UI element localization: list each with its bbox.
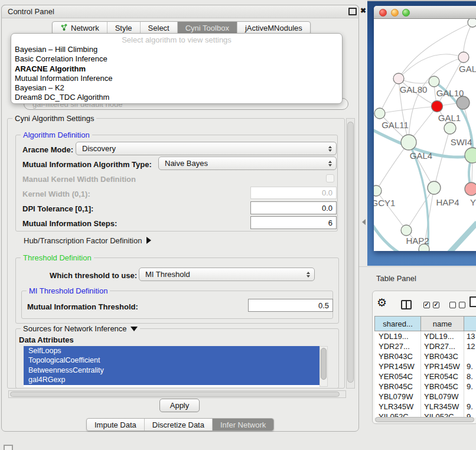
checked-checkbox-icon[interactable]: ✓: [433, 302, 439, 308]
manual-kernel-checkbox[interactable]: [326, 174, 334, 182]
zoom-traffic-icon[interactable]: [402, 9, 410, 17]
network-graph[interactable]: GALGAL80GAL10GAL1GAL11GAL4SWI4YGCY1HAP4H…: [374, 19, 476, 251]
network-edge[interactable]: [406, 188, 434, 230]
table-row[interactable]: YDR27...YDR27...12: [374, 341, 476, 351]
aracne-mode-select[interactable]: Discovery: [76, 142, 337, 155]
table-row[interactable]: YDL19...YDL19...13: [374, 331, 476, 341]
table-cell: 8.: [464, 371, 476, 381]
unchecked-checkbox-icon[interactable]: [459, 302, 465, 308]
table-header: shared...name: [374, 316, 476, 331]
mi-steps-label: Mutual Information Steps:: [22, 219, 117, 228]
node-label: GAL80: [400, 84, 428, 94]
apply-button[interactable]: Apply: [159, 399, 200, 412]
document-icon[interactable]: [470, 296, 476, 307]
scrollbar-thumb[interactable]: [10, 392, 340, 397]
network-node[interactable]: [374, 108, 385, 119]
collapse-icon[interactable]: [131, 327, 138, 331]
table-row[interactable]: YLR345WYLR345W9.: [374, 402, 476, 412]
attributes-scrollbar[interactable]: [319, 346, 328, 387]
table-cell: YER054C: [374, 371, 421, 381]
hub-section-toggle[interactable]: Hub/Transcription Factor Definition: [24, 236, 151, 245]
network-edge[interactable]: [380, 106, 437, 113]
network-edge-highlighted[interactable]: [449, 223, 476, 251]
dpi-tolerance-field[interactable]: 0.0: [250, 201, 337, 214]
table-row[interactable]: YER054CYER054C8.: [374, 371, 476, 381]
float-window-icon[interactable]: [348, 8, 357, 15]
network-node[interactable]: [465, 148, 476, 163]
table-cell: YDL19...: [421, 331, 464, 341]
network-node[interactable]: [374, 185, 382, 196]
tab-cyni-toolbox[interactable]: Cyni Toolbox: [177, 22, 237, 34]
mi-threshold-field[interactable]: 0.5: [248, 299, 333, 312]
attribute-item[interactable]: TopologicalCoefficient: [24, 356, 319, 365]
minimize-traffic-icon[interactable]: [391, 9, 399, 17]
network-edge[interactable]: [380, 79, 399, 113]
tab-select[interactable]: Select: [140, 22, 177, 34]
which-threshold-select[interactable]: MI Threshold: [139, 268, 315, 281]
panel-divider-arrow-icon[interactable]: [362, 219, 366, 225]
network-edge-highlighted[interactable]: [374, 221, 401, 251]
checked-checkbox-icon[interactable]: ✓: [423, 302, 430, 308]
scrollbar-thumb[interactable]: [347, 122, 354, 383]
network-node[interactable]: [468, 19, 476, 27]
network-node[interactable]: [429, 76, 439, 87]
table-cell: YBR045C: [421, 381, 464, 392]
network-node[interactable]: [457, 96, 470, 109]
network-node[interactable]: [401, 225, 412, 236]
tab-infer-network[interactable]: Infer Network: [212, 419, 273, 431]
algorithm-option[interactable]: Bayesian – Hill Climbing: [15, 45, 338, 54]
mi-type-value: Naive Bayes: [165, 159, 208, 168]
table-horizontal-scrollbar[interactable]: [375, 417, 474, 422]
tab-discretize-data[interactable]: Discretize Data: [144, 419, 212, 431]
table-row[interactable]: YPR145WYPR145W9.: [374, 361, 476, 371]
tab-impute-data[interactable]: Impute Data: [87, 419, 144, 431]
column-header[interactable]: shared...: [374, 316, 421, 331]
network-node[interactable]: [401, 135, 416, 150]
unchecked-checkbox-icon[interactable]: [449, 302, 456, 308]
table-row[interactable]: YBR045CYBR045C9.: [374, 381, 476, 392]
table-row[interactable]: YBL079WYBL079W: [374, 392, 476, 402]
tab-jactivemnodules[interactable]: jActiveMNodules: [237, 22, 310, 34]
attribute-item[interactable]: BetweennessCentrality: [24, 366, 319, 375]
algorithm-option[interactable]: Bayesian – K2: [15, 83, 338, 93]
settings-vertical-scrollbar[interactable]: [346, 118, 355, 389]
tab-label: Style: [115, 24, 132, 32]
gear-icon[interactable]: ⚙: [377, 297, 387, 308]
algorithm-option[interactable]: Dream8 DC_TDC Algorithm: [15, 93, 338, 102]
mi-steps-field[interactable]: 6: [250, 216, 337, 229]
tab-style[interactable]: Style: [107, 22, 140, 34]
network-window-titlebar[interactable]: [374, 6, 476, 19]
tab-network[interactable]: Network: [53, 22, 107, 34]
mi-type-select[interactable]: Naive Bayes: [158, 156, 337, 170]
algorithm-option[interactable]: Basic Correlation Inference: [15, 54, 338, 64]
settings-horizontal-scrollbar[interactable]: [8, 390, 346, 398]
network-node[interactable]: [444, 122, 456, 134]
network-node[interactable]: [458, 52, 469, 63]
network-node[interactable]: [465, 182, 476, 195]
network-node[interactable]: [428, 181, 441, 194]
algorithm-option[interactable]: Mutual Information Inference: [15, 74, 338, 83]
data-attributes-list[interactable]: SelfLoopsTopologicalCoefficientBetweenne…: [24, 346, 319, 387]
window-grip-icon[interactable]: [4, 445, 13, 450]
attribute-item[interactable]: SelfLoops: [24, 346, 319, 356]
kernel-width-label: Kernel Width (0,1):: [22, 190, 90, 198]
algorithm-list: Bayesian – Hill ClimbingBasic Correlatio…: [15, 45, 338, 103]
algorithm-option[interactable]: ARACNE Algorithm: [15, 64, 338, 74]
table-row[interactable]: YBR043CYBR043C: [374, 351, 476, 361]
close-icon[interactable]: ✖: [360, 6, 366, 15]
mi-threshold-label: Mutual Information Threshold:: [27, 302, 138, 311]
column-header[interactable]: [464, 316, 476, 331]
network-node[interactable]: [393, 73, 404, 84]
network-edge[interactable]: [376, 191, 406, 230]
network-node[interactable]: [432, 101, 443, 112]
network-canvas[interactable]: GALGAL80GAL10GAL1GAL11GAL4SWI4YGCY1HAP4H…: [374, 19, 476, 251]
close-traffic-icon[interactable]: [379, 9, 387, 17]
node-label: GAL: [459, 64, 476, 74]
scrollbar-thumb[interactable]: [321, 348, 327, 380]
attribute-item[interactable]: gal4RGexp: [24, 375, 319, 384]
expand-icon[interactable]: [146, 237, 151, 244]
column-header[interactable]: name: [421, 316, 464, 331]
columns-icon[interactable]: [401, 300, 412, 309]
network-edge[interactable]: [376, 142, 409, 191]
panel-title: Control Panel: [2, 7, 54, 16]
